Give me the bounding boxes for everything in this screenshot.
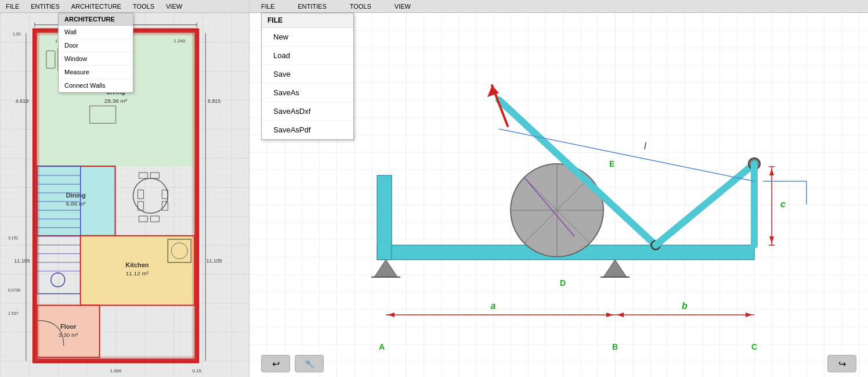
file-item-saveasdxf[interactable]: SaveAsDxf	[262, 102, 353, 121]
file-dropdown: FILE New Load Save SaveAs SaveAsDxf Save…	[261, 13, 354, 140]
file-dropdown-section: FILE	[262, 13, 353, 28]
svg-text:Kitchen: Kitchen	[125, 261, 149, 268]
svg-text:11.12 m²: 11.12 m²	[126, 270, 149, 277]
svg-rect-69	[35, 356, 197, 361]
svg-rect-66	[35, 31, 39, 361]
svg-text:11.105: 11.105	[14, 258, 30, 264]
svg-text:c: c	[780, 199, 786, 209]
file-item-saveaspdf[interactable]: SaveAsPdf	[262, 121, 353, 139]
redo-button[interactable]	[827, 355, 856, 372]
arch-item-wall[interactable]: Wall	[59, 26, 133, 39]
svg-text:B: B	[612, 342, 618, 351]
svg-text:28.36 m²: 28.36 m²	[104, 98, 128, 104]
right-menu-entities[interactable]: ENTITIES	[286, 3, 338, 10]
arch-item-door[interactable]: Door	[59, 39, 133, 52]
svg-text:4.619: 4.619	[16, 98, 28, 104]
right-menu-file[interactable]: FILE	[249, 3, 286, 10]
svg-text:1.20: 1.20	[13, 32, 21, 36]
bottom-toolbar-right	[827, 355, 856, 372]
left-menubar: FILE ENTITIES ARCHITECTURE TOOLS VIEW	[0, 0, 249, 13]
bottom-toolbar-left	[261, 355, 324, 372]
wrench-button[interactable]	[295, 355, 324, 372]
svg-text:Floor: Floor	[60, 323, 77, 330]
left-menu-entities[interactable]: ENTITIES	[25, 3, 66, 10]
svg-text:C: C	[751, 342, 757, 351]
svg-text:l: l	[644, 141, 646, 151]
arch-dropdown-header: ARCHITECTURE	[59, 13, 133, 26]
svg-rect-73	[377, 175, 392, 260]
svg-text:A: A	[379, 342, 385, 351]
left-panel: FILE ENTITIES ARCHITECTURE TOOLS VIEW AR…	[0, 0, 249, 377]
file-item-save[interactable]: Save	[262, 65, 353, 84]
svg-text:1.537: 1.537	[8, 311, 19, 315]
svg-text:6.815: 6.815	[208, 98, 220, 104]
svg-text:0.15: 0.15	[192, 368, 201, 374]
left-menu-tools[interactable]: TOOLS	[127, 3, 160, 10]
svg-rect-67	[192, 31, 197, 361]
file-item-new[interactable]: New	[262, 28, 353, 46]
svg-text:E: E	[609, 159, 614, 168]
svg-text:0.0730: 0.0730	[8, 288, 20, 292]
arch-item-window[interactable]: Window	[59, 52, 133, 66]
right-menu-tools[interactable]: TOOLS	[338, 3, 383, 10]
svg-text:1.000: 1.000	[110, 368, 122, 374]
right-menu-view[interactable]: VIEW	[383, 3, 422, 10]
undo-button[interactable]	[261, 355, 290, 372]
svg-text:11.105: 11.105	[206, 258, 222, 264]
svg-text:3.151: 3.151	[8, 236, 19, 240]
arch-item-measure[interactable]: Measure	[59, 66, 133, 79]
svg-text:D: D	[560, 278, 566, 288]
arch-dropdown: ARCHITECTURE Wall Door Window Measure Co…	[58, 13, 133, 93]
left-menu-view[interactable]: VIEW	[160, 3, 188, 10]
svg-text:b: b	[682, 301, 688, 311]
left-menu-architecture[interactable]: ARCHITECTURE	[66, 3, 127, 10]
left-menu-file[interactable]: FILE	[0, 3, 25, 10]
right-menubar: FILE ENTITIES TOOLS VIEW	[249, 0, 868, 13]
arch-item-connect-walls[interactable]: Connect Walls	[59, 79, 133, 92]
svg-text:1.240: 1.240	[173, 38, 186, 44]
file-item-load[interactable]: Load	[262, 46, 353, 65]
file-item-saveas[interactable]: SaveAs	[262, 84, 353, 102]
right-panel: FILE ENTITIES TOOLS VIEW FILE New Load S…	[249, 0, 868, 377]
svg-text:a: a	[491, 301, 496, 311]
